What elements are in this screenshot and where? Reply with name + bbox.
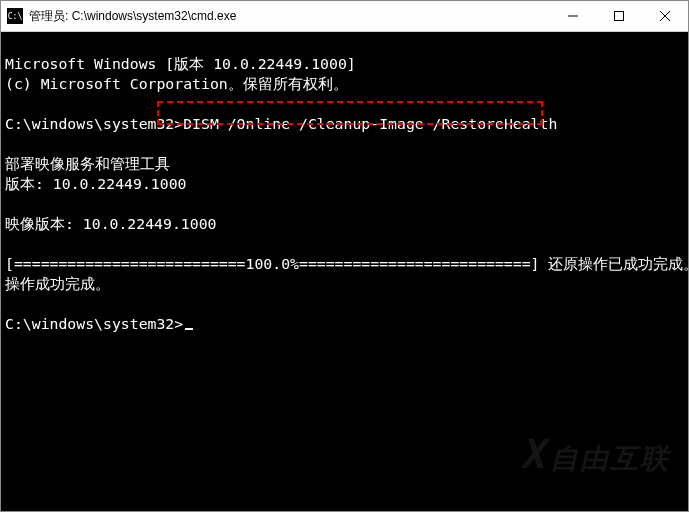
tool-title-line: 部署映像服务和管理工具 [5,155,170,172]
copyright-line: (c) Microsoft Corporation。保留所有权利。 [5,75,348,92]
progress-line: [==========================100.0%=======… [5,255,688,272]
success-line: 操作成功完成。 [5,275,110,292]
minimize-icon [568,11,578,21]
maximize-button[interactable] [596,1,642,31]
prompt-path: C:\windows\system32> [5,315,183,332]
watermark-x-icon: X [520,431,546,477]
maximize-icon [614,11,624,21]
blank-line [5,135,14,152]
close-button[interactable] [642,1,688,31]
blank-line [5,195,14,212]
cmd-icon: C:\ [7,8,23,24]
blank-line [5,295,14,312]
titlebar[interactable]: C:\ 管理员: C:\windows\system32\cmd.exe [1,1,688,32]
svg-rect-1 [615,12,624,21]
watermark: X自由互联 [520,427,670,481]
blank-line [5,235,14,252]
close-icon [660,11,670,21]
prompt-line-1: C:\windows\system32>DISM /Online /Cleanu… [5,115,557,132]
terminal-output[interactable]: Microsoft Windows [版本 10.0.22449.1000] (… [1,32,688,511]
tool-version-line: 版本: 10.0.22449.1000 [5,175,186,192]
blank-line [5,95,14,112]
dism-command: DISM /Online /Cleanup-Image /RestoreHeal… [183,115,557,132]
os-version-line: Microsoft Windows [版本 10.0.22449.1000] [5,55,356,72]
image-version-line: 映像版本: 10.0.22449.1000 [5,215,216,232]
prompt-line-2: C:\windows\system32> [5,315,193,332]
window-title: 管理员: C:\windows\system32\cmd.exe [29,8,236,25]
cmd-window: C:\ 管理员: C:\windows\system32\cmd.exe Mic… [0,0,689,512]
prompt-path: C:\windows\system32> [5,115,183,132]
cursor [185,328,193,330]
minimize-button[interactable] [550,1,596,31]
watermark-text: 自由互联 [550,442,670,475]
